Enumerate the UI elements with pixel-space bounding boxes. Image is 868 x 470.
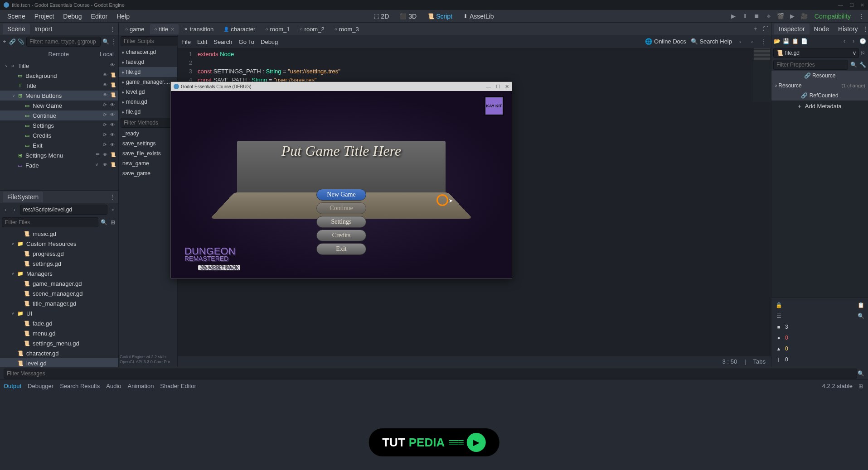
exit-button[interactable]: Exit	[316, 243, 366, 255]
tab-audio[interactable]: Audio	[106, 383, 121, 389]
menu-editor[interactable]: Editor	[87, 11, 112, 22]
menu-search[interactable]: Search	[213, 38, 232, 45]
nav-fwd-icon[interactable]: ›	[748, 38, 756, 45]
settings-button[interactable]: Settings	[316, 216, 366, 228]
fs-menu-icon[interactable]: ⋮	[110, 193, 116, 200]
tree-node[interactable]: ▭ Fade v👁📜	[0, 160, 118, 170]
scene-tab[interactable]: ○title×	[150, 24, 179, 34]
view-assetlib[interactable]: ⬇AssetLib	[459, 11, 499, 22]
fs-file[interactable]: 📜music.gd	[0, 229, 118, 239]
fs-file[interactable]: 📜menu.gd	[0, 328, 118, 338]
tree-node[interactable]: ▭ Exit ⟳👁	[0, 140, 118, 150]
tool-icon[interactable]: 🔧	[859, 61, 866, 68]
tab-node[interactable]: Node	[810, 24, 834, 34]
code-line[interactable]: 1extends Node	[178, 50, 771, 58]
minimize-icon[interactable]: —	[838, 2, 843, 8]
add-node-icon[interactable]: +	[2, 38, 7, 45]
fs-folder[interactable]: v📁Managers	[0, 269, 118, 278]
view-script[interactable]: 📜Script	[423, 11, 457, 22]
forward-icon[interactable]: ›	[11, 206, 18, 213]
tab-inspector[interactable]: Inspector	[774, 24, 810, 34]
minimize-icon[interactable]: —	[486, 84, 491, 90]
more-icon[interactable]: ⋮	[111, 38, 116, 45]
back-icon[interactable]: ‹	[2, 206, 9, 213]
method-list[interactable]: _readysave_settingssave_file_existsnew_g…	[119, 129, 177, 353]
fs-file[interactable]: 📜scene_manager.gd	[0, 288, 118, 298]
more-icon[interactable]: ⋮	[760, 38, 767, 45]
fs-filter-input[interactable]	[2, 217, 98, 227]
tab-search-results[interactable]: Search Results	[60, 383, 100, 389]
tab-history[interactable]: History	[834, 24, 863, 34]
messages-filter-input[interactable]	[4, 369, 857, 379]
menu-debug[interactable]: Debug	[58, 11, 86, 22]
search-icon[interactable]: 🔍	[857, 370, 864, 377]
fs-folder[interactable]: v📁UI	[0, 308, 118, 318]
script-list[interactable]: ●character.gd●fade.gd●file.gd●game_manag…	[119, 47, 177, 117]
renderer-dropdown[interactable]: Compatibility	[812, 13, 853, 20]
tab-debugger[interactable]: Debugger	[28, 383, 53, 389]
method-item[interactable]: save_settings	[119, 139, 177, 149]
menu-file[interactable]: File	[181, 38, 191, 45]
search-icon[interactable]: 🔍	[102, 38, 109, 45]
stop-icon[interactable]: ⏹	[753, 12, 761, 20]
resource-dropdown[interactable]: 📜 file.gd v	[773, 48, 859, 58]
copy-icon[interactable]: 📋	[857, 302, 864, 309]
credits-button[interactable]: Credits	[316, 230, 366, 241]
counter-row[interactable]: ●0	[773, 332, 866, 343]
tree-node[interactable]: ▭ Continue ⟳👁	[0, 110, 118, 120]
counter-row[interactable]: ■3	[773, 321, 866, 332]
script-item[interactable]: ●game_manager....	[119, 77, 177, 87]
fs-file[interactable]: 📜settings.gd	[0, 259, 118, 269]
tab-output[interactable]: Output	[4, 383, 21, 389]
dock-menu-icon[interactable]: ⋮	[110, 25, 116, 32]
section-resource[interactable]: 🔗 Resource	[771, 71, 868, 81]
continue-button[interactable]: Continue	[316, 202, 366, 214]
menu-scene[interactable]: Scene	[3, 11, 30, 22]
new-game-button[interactable]: New Game	[316, 189, 366, 201]
search-icon[interactable]: 🔍	[857, 312, 864, 320]
scene-tab[interactable]: ✕transition	[179, 24, 218, 34]
add-tab-icon[interactable]: +	[752, 25, 759, 33]
play-scene-icon[interactable]: 🎬	[776, 12, 785, 20]
local-button[interactable]: Local	[100, 51, 114, 58]
fs-file[interactable]: 📜character.gd	[0, 348, 118, 358]
view-2d[interactable]: ⬚2D	[369, 11, 393, 22]
script-item[interactable]: ●file.gd	[119, 107, 177, 117]
tree-node[interactable]: ▭ Settings ⟳👁	[0, 120, 118, 130]
scene-filter-input[interactable]	[26, 37, 101, 47]
menu-help[interactable]: Help	[112, 11, 134, 22]
inspector-filter-input[interactable]	[773, 60, 848, 70]
script-item[interactable]: ●file.gd	[119, 67, 177, 77]
manage-layouts-icon[interactable]: ⊞	[857, 383, 864, 390]
save-icon[interactable]: 💾	[782, 38, 790, 45]
play-custom-icon[interactable]: ▶	[788, 12, 796, 20]
search-help-button[interactable]: 🔍 Search Help	[691, 38, 732, 45]
dock-menu-icon[interactable]: ⋮	[863, 25, 868, 32]
tab-filesystem[interactable]: FileSystem	[3, 192, 43, 202]
search-icon[interactable]: 🔍	[850, 61, 857, 68]
tree-node[interactable]: T Title 👁📜	[0, 81, 118, 91]
code-line[interactable]: 2	[178, 58, 771, 67]
fs-folder[interactable]: v📁Custom Resources	[0, 239, 118, 249]
fs-file[interactable]: 📜progress.gd	[0, 249, 118, 259]
tree-node[interactable]: ▭ New Game ⟳👁	[0, 101, 118, 110]
next-icon[interactable]: ›	[850, 38, 857, 45]
game-debug-window[interactable]: Godot Essentials Course (DEBUG) — ☐ ✕ Pu…	[170, 82, 512, 279]
paste-icon[interactable]: 📄	[800, 38, 808, 45]
indent-mode[interactable]: Tabs	[753, 358, 766, 365]
online-docs-button[interactable]: 🌐 Online Docs	[645, 38, 686, 45]
fs-file[interactable]: 📜fade.gd	[0, 318, 118, 328]
tree-node[interactable]: ⊞ Settings Menu ☰👁📜	[0, 150, 118, 160]
search-icon[interactable]: 🔍	[100, 219, 107, 226]
fs-tree[interactable]: 📜music.gdv📁Custom Resources📜progress.gd📜…	[0, 229, 118, 367]
method-item[interactable]: save_file_exists	[119, 149, 177, 158]
script-item[interactable]: ●menu.gd	[119, 97, 177, 107]
nav-back-icon[interactable]: ‹	[737, 38, 744, 45]
tree-node[interactable]: v ○ Title 👁	[0, 61, 118, 71]
method-item[interactable]: new_game	[119, 158, 177, 168]
add-metadata-button[interactable]: + Add Metadata	[771, 101, 868, 111]
section-refcounted[interactable]: 🔗 RefCounted	[771, 91, 868, 101]
tab-shader[interactable]: Shader Editor	[160, 383, 196, 389]
lock-icon[interactable]: 🔒	[775, 302, 782, 309]
remote-button[interactable]: Remote	[48, 51, 69, 58]
